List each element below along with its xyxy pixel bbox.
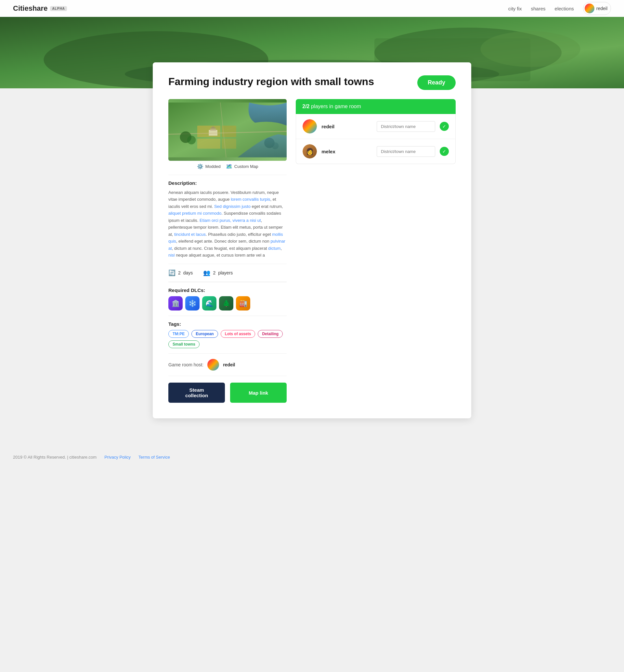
desc-link-5: Etiam orci purus, viverra a nisi ut: [200, 218, 261, 223]
action-buttons: Steam collection Map link: [168, 376, 287, 403]
player-avatar-redeil: [303, 119, 317, 134]
dlc-section: Required DLCs: 🏛️ ❄️ 🌊 🌲 🏭: [168, 282, 287, 316]
svg-point-5: [480, 31, 580, 67]
tags-title: Tags:: [168, 321, 287, 327]
desc-link-2: Sed dignissim justo: [214, 204, 251, 209]
svg-point-17: [187, 136, 196, 144]
host-avatar: [207, 359, 219, 371]
dlc-item-4: 🌲: [219, 296, 233, 311]
nav-user[interactable]: redeil: [583, 2, 611, 15]
dlc-title: Required DLCs:: [168, 288, 287, 293]
custom-map-icon: 🗺️: [226, 163, 232, 169]
description-body: Aenean aliquam iaculis posuere. Vestibul…: [168, 189, 287, 259]
desc-link-10: nisl: [168, 253, 175, 258]
nav-elections[interactable]: elections: [555, 6, 574, 11]
tags-section: Tags: TM:PE European Lots of assets Deta…: [168, 316, 287, 353]
dlc-item-2: ❄️: [185, 296, 200, 311]
player-row: redeil ✓: [296, 114, 455, 139]
alpha-badge: ALPHA: [50, 6, 67, 11]
map-link-button[interactable]: Map link: [230, 383, 287, 403]
days-count: 2: [178, 270, 181, 275]
copyright: 2019 © All Rights Reserved. | citieshare…: [13, 455, 97, 460]
players-label: players: [218, 270, 233, 275]
terms-link[interactable]: Terms of Service: [138, 455, 170, 460]
player-check-redeil: ✓: [440, 122, 449, 131]
dlc-item-5: 🏭: [236, 296, 250, 311]
svg-rect-10: [222, 139, 236, 149]
players-text: players in game room: [311, 104, 361, 109]
map-badges: ⚙️ Modded 🗺️ Custom Map: [168, 163, 287, 169]
badge-custom-label: Custom Map: [234, 164, 258, 169]
dlc-item-3: 🌊: [202, 296, 216, 311]
desc-link-9: dictum: [268, 246, 281, 251]
host-label: Game room host:: [168, 362, 204, 367]
tag-lots-of-assets[interactable]: Lots of assets: [221, 330, 256, 338]
players-icon: 👥: [203, 269, 210, 276]
content-grid: ⚙️ Modded 🗺️ Custom Map Description: Aen…: [168, 99, 456, 403]
desc-link-4: mi commodo: [197, 211, 221, 216]
players-banner: 2/2 players in game room: [296, 99, 456, 114]
badge-modded: ⚙️ Modded: [197, 163, 221, 169]
privacy-link[interactable]: Privacy Policy: [104, 455, 131, 460]
page-header: Farming industry region with small towns…: [168, 75, 456, 90]
navbar-right: city fix shares elections redeil: [508, 2, 611, 15]
description-title: Description:: [168, 180, 287, 186]
days-label: days: [183, 270, 193, 275]
desc-link-8: pulvinar at: [168, 239, 285, 250]
logo[interactable]: Citieshare ALPHA: [13, 4, 67, 13]
dlc-icons: 🏛️ ❄️ 🌊 🌲 🏭: [168, 296, 287, 311]
ready-button[interactable]: Ready: [417, 75, 456, 90]
avatar-melex: 👩: [303, 144, 317, 159]
desc-link-3: aliquet pretium: [168, 211, 196, 216]
player-check-melex: ✓: [440, 147, 449, 156]
days-icon: 🔄: [168, 269, 176, 276]
avatar: [585, 4, 594, 13]
nav-shares[interactable]: shares: [531, 6, 546, 11]
map-image: [168, 99, 287, 161]
svg-rect-12: [210, 129, 216, 131]
players-count-display: 2/2: [302, 104, 309, 109]
stat-players: 👥 2 players: [203, 269, 233, 276]
desc-link-1: lorem convallis turpis: [231, 197, 270, 202]
map-art-svg: [168, 99, 287, 161]
avatar-redeil: [303, 119, 317, 134]
tag-detailing[interactable]: Detailing: [258, 330, 283, 338]
tag-european[interactable]: European: [191, 330, 218, 338]
dlc-item-1: 🏛️: [168, 296, 183, 311]
player-avatar-melex: 👩: [303, 144, 317, 159]
main-card: Farming industry region with small towns…: [153, 62, 471, 418]
footer: 2019 © All Rights Reserved. | citieshare…: [0, 444, 624, 470]
players-list: redeil ✓ 👩 melex ✓: [296, 114, 456, 164]
steam-collection-button[interactable]: Steam collection: [168, 383, 225, 403]
badge-custom: 🗺️ Custom Map: [226, 163, 258, 169]
navbar: Citieshare ALPHA city fix shares electio…: [0, 0, 624, 17]
badge-modded-label: Modded: [205, 164, 221, 169]
description-section: Description: Aenean aliquam iaculis posu…: [168, 175, 287, 264]
stat-days: 🔄 2 days: [168, 269, 193, 276]
left-panel: ⚙️ Modded 🗺️ Custom Map Description: Aen…: [168, 99, 287, 403]
main-container: Farming industry region with small towns…: [153, 62, 471, 444]
modded-icon: ⚙️: [197, 163, 204, 169]
tag-small-towns[interactable]: Small towns: [168, 340, 200, 348]
nav-username: redeil: [596, 6, 607, 11]
players-count: 2: [213, 270, 215, 275]
tag-tmpe[interactable]: TM:PE: [168, 330, 189, 338]
host-name: redeil: [223, 362, 235, 367]
player-name-redeil: redeil: [321, 124, 372, 129]
player-row: 👩 melex ✓: [296, 139, 455, 164]
tags-row: TM:PE European Lots of assets Detailing …: [168, 330, 287, 348]
page-title: Farming industry region with small towns: [168, 75, 374, 88]
player-name-melex: melex: [321, 149, 372, 154]
app-name: Citieshare: [13, 4, 48, 13]
nav-city-fix[interactable]: city fix: [508, 6, 522, 11]
host-row: Game room host: redeil: [168, 359, 287, 371]
svg-rect-9: [197, 139, 220, 149]
right-panel: 2/2 players in game room redeil ✓: [296, 99, 456, 164]
player-district-input-redeil[interactable]: [377, 121, 435, 132]
host-section: Game room host: redeil: [168, 353, 287, 376]
player-district-input-melex[interactable]: [377, 146, 435, 157]
desc-link-6: tincidunt et lacus: [174, 232, 206, 237]
stats-row: 🔄 2 days 👥 2 players: [168, 264, 287, 282]
